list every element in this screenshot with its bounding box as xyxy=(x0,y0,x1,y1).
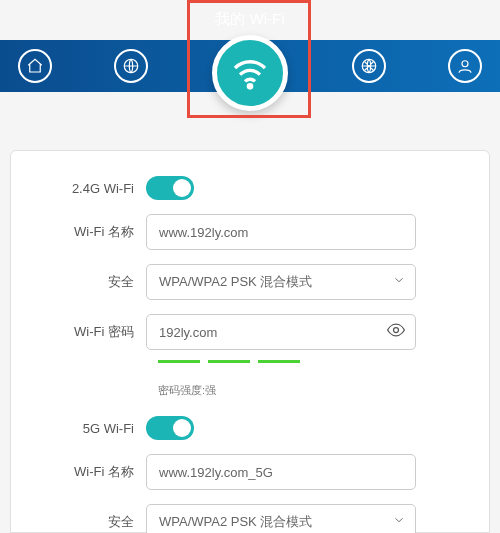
strength-bar-3 xyxy=(258,360,300,363)
svg-point-3 xyxy=(248,85,251,88)
password-strength-text: 密码强度:强 xyxy=(158,383,469,398)
band-5g-label: 5G Wi-Fi xyxy=(31,421,146,436)
svg-point-4 xyxy=(394,328,399,333)
name-24g-input[interactable] xyxy=(146,214,416,250)
security-5g-label: 安全 xyxy=(31,513,146,531)
security-5g-value: WPA/WPA2 PSK 混合模式 xyxy=(159,513,312,531)
wifi-settings-panel: 2.4G Wi-Fi Wi-Fi 名称 安全 WPA/WPA2 PSK 混合模式… xyxy=(10,150,490,533)
strength-bar-2 xyxy=(208,360,250,363)
globe-icon[interactable] xyxy=(114,49,148,83)
network-icon[interactable] xyxy=(352,49,386,83)
security-24g-value: WPA/WPA2 PSK 混合模式 xyxy=(159,273,312,291)
chevron-down-icon[interactable] xyxy=(392,273,406,291)
svg-point-2 xyxy=(462,61,468,67)
security-24g-label: 安全 xyxy=(31,273,146,291)
password-strength-bars xyxy=(158,360,469,363)
eye-icon[interactable] xyxy=(386,320,406,344)
security-5g-select[interactable]: WPA/WPA2 PSK 混合模式 xyxy=(146,504,416,533)
name-5g-input[interactable] xyxy=(146,454,416,490)
band-5g-toggle[interactable] xyxy=(146,416,194,440)
security-24g-select[interactable]: WPA/WPA2 PSK 混合模式 xyxy=(146,264,416,300)
user-icon[interactable] xyxy=(448,49,482,83)
page-title: 我的 Wi-Fi xyxy=(215,10,284,29)
strength-bar-1 xyxy=(158,360,200,363)
band-24g-label: 2.4G Wi-Fi xyxy=(31,181,146,196)
password-24g-input[interactable] xyxy=(146,314,416,350)
name-5g-label: Wi-Fi 名称 xyxy=(31,463,146,481)
name-24g-label: Wi-Fi 名称 xyxy=(31,223,146,241)
chevron-down-icon[interactable] xyxy=(392,513,406,531)
wifi-tab-icon[interactable] xyxy=(212,35,288,111)
band-24g-toggle[interactable] xyxy=(146,176,194,200)
home-icon[interactable] xyxy=(18,49,52,83)
password-24g-label: Wi-Fi 密码 xyxy=(31,323,146,341)
